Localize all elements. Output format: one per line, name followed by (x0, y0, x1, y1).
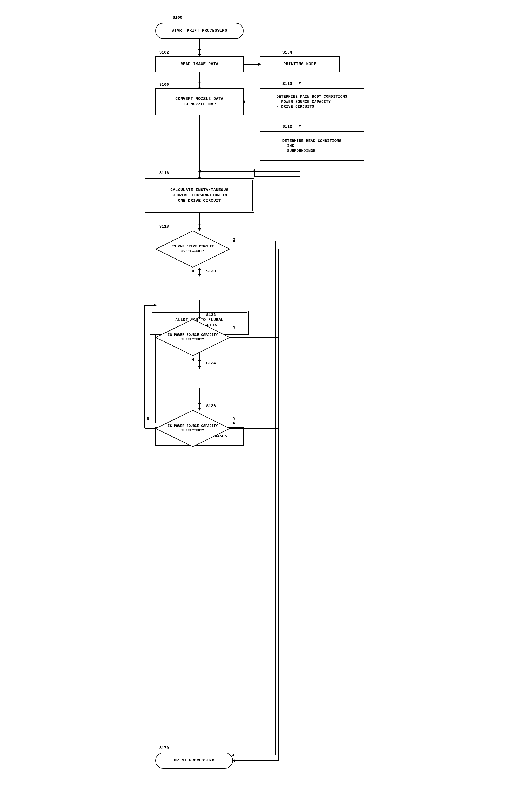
s170-label: S170 (159, 746, 169, 750)
s104-printing-mode: PRINTING MODE (260, 56, 340, 72)
s126-y-label: Y (233, 416, 235, 421)
s106-convert-nozzle: CONVERT NOZZLE DATA TO NOZZLE MAP (155, 88, 244, 115)
svg-marker-13 (198, 224, 201, 226)
s110-label: S110 (282, 82, 292, 86)
svg-marker-26 (198, 403, 201, 406)
s110-main-body-conditions: DETERMINE MAIN BODY CONDITIONS - POWER S… (260, 88, 364, 115)
s118-text: IS ONE DRIVE CIRCUIT SUFFICIENT? (155, 230, 230, 268)
s112-head-conditions: DETERMINE HEAD CONDITIONS - INK - SURROU… (260, 131, 364, 161)
s116-label: S116 (159, 171, 169, 175)
svg-marker-71 (154, 304, 157, 307)
s100-start: START PRINT PROCESSING (155, 23, 244, 39)
s118-y-label: Y (233, 237, 235, 241)
s100-label: S100 (173, 16, 182, 20)
svg-marker-50 (253, 169, 256, 171)
s122-label: S122 (206, 313, 216, 317)
s116-calculate-current: CALCULATE INSTANTANEOUS CURRENT CONSUMPT… (145, 178, 254, 213)
s122-y-label: Y (233, 325, 235, 330)
s126-n-label: N (147, 416, 149, 421)
s170-print-processing: PRINT PROCESSING (155, 753, 233, 768)
svg-marker-3 (198, 82, 201, 84)
svg-marker-1 (198, 49, 201, 52)
s106-label: S106 (159, 83, 169, 87)
s118-label: S118 (159, 225, 169, 229)
s102-label: S102 (159, 50, 169, 55)
svg-marker-18 (198, 269, 201, 272)
s118-n-label: N (191, 269, 194, 274)
s122-n-label: N (191, 357, 194, 362)
s104-label: S104 (282, 50, 292, 55)
svg-marker-59 (198, 274, 201, 277)
s118-diamond: IS ONE DRIVE CIRCUIT SUFFICIENT? (155, 230, 230, 268)
s122-text: IS POWER SOURCE CAPACITY SUFFICIENT? (155, 319, 230, 356)
svg-marker-28 (233, 422, 236, 425)
s122-diamond: IS POWER SOURCE CAPACITY SUFFICIENT? (155, 319, 230, 356)
svg-marker-24 (198, 360, 201, 363)
svg-marker-10 (198, 170, 201, 173)
svg-marker-34 (232, 754, 234, 757)
s102-read-image: READ IMAGE DATA (155, 56, 244, 72)
s124-label: S124 (206, 361, 216, 366)
svg-marker-64 (198, 366, 201, 369)
s126-text: IS POWER SOURCE CAPACITY SUFFICIENT? (155, 410, 230, 447)
s126-diamond: IS POWER SOURCE CAPACITY SUFFICIENT? (155, 410, 230, 447)
flowchart: S100 START PRINT PROCESSING S102 READ IM… (128, 11, 386, 801)
s112-label: S112 (282, 124, 292, 129)
svg-marker-5 (299, 82, 301, 84)
s120-label: S120 (206, 269, 216, 274)
s126-label: S126 (206, 404, 216, 408)
svg-marker-7 (299, 124, 301, 127)
